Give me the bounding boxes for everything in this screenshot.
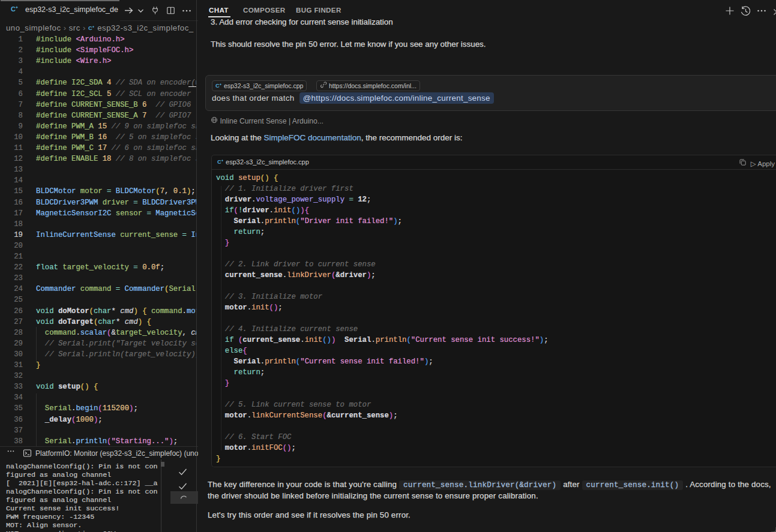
svg-text:C: C: [215, 83, 220, 89]
svg-text:C: C: [217, 159, 221, 165]
svg-text:C: C: [11, 5, 16, 13]
svg-text:C: C: [88, 25, 92, 31]
